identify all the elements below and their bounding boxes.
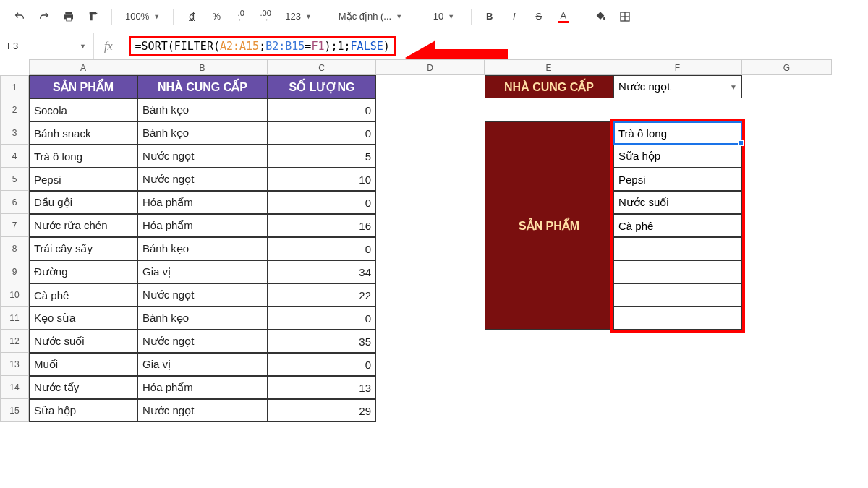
table-cell[interactable]: 35 [268,330,376,353]
row-header[interactable]: 7 [0,214,29,237]
currency-button[interactable]: ₫ [181,6,203,27]
table-cell[interactable]: 10 [268,168,376,191]
table-cell[interactable]: Gia vị [137,260,268,283]
table-cell[interactable]: Bánh kẹo [137,121,268,145]
row-header[interactable]: 12 [0,330,29,353]
result-cell[interactable]: Sữa hộp [613,145,742,168]
column-header[interactable]: G [742,59,832,75]
result-cell[interactable]: Cà phê [613,214,742,237]
table-cell[interactable]: Nước ngọt [137,283,268,307]
table-cell[interactable]: Nước ngọt [137,145,268,168]
table-cell[interactable]: Bánh kẹo [137,98,268,121]
table-cell[interactable]: 29 [268,399,376,422]
row-header[interactable]: 5 [0,168,29,191]
result-cell[interactable] [613,283,742,307]
row-header[interactable]: 13 [0,353,29,376]
spreadsheet-grid: ABCDEFG 123456789101112131415 SẢN PHẨMNH… [0,59,868,75]
undo-button[interactable] [9,6,30,27]
table-header[interactable]: SỐ LƯỢNG [268,75,376,98]
borders-button[interactable] [614,6,636,27]
number-format-dropdown[interactable]: 123▼ [279,8,318,25]
paint-format-button[interactable] [82,6,104,27]
table-cell[interactable]: Socola [29,98,137,121]
zoom-dropdown[interactable]: 100%▼ [119,8,166,25]
table-cell[interactable]: Kẹo sữa [29,307,137,330]
result-cell[interactable]: Trà ô long [613,121,742,145]
redo-button[interactable] [33,6,55,27]
table-cell[interactable]: Hóa phẩm [137,214,268,237]
table-cell[interactable]: 0 [268,307,376,330]
table-cell[interactable]: 0 [268,98,376,121]
table-cell[interactable]: 16 [268,214,376,237]
table-cell[interactable]: Nước rửa chén [29,214,137,237]
svg-rect-2 [67,17,72,21]
table-cell[interactable]: Hóa phẩm [137,191,268,214]
table-cell[interactable]: Sữa hộp [29,399,137,422]
row-header[interactable]: 1 [0,75,29,98]
row-header[interactable]: 15 [0,399,29,422]
table-cell[interactable]: Bánh kẹo [137,307,268,330]
row-header[interactable]: 8 [0,237,29,260]
chevron-down-icon: ▼ [448,13,454,20]
row-header[interactable]: 4 [0,145,29,168]
table-cell[interactable]: Bánh kẹo [137,237,268,260]
table-cell[interactable]: 5 [268,145,376,168]
result-cell[interactable]: Pepsi [613,168,742,191]
increase-decimal-button[interactable]: .00→ [255,6,276,27]
table-cell[interactable]: Nước ngọt [137,330,268,353]
result-cell[interactable] [613,307,742,330]
table-cell[interactable]: Đường [29,260,137,283]
row-header[interactable]: 2 [0,98,29,121]
column-header[interactable]: E [485,59,613,75]
italic-button[interactable]: I [503,6,525,27]
table-cell[interactable]: Bánh snack [29,121,137,145]
column-header[interactable]: C [268,59,376,75]
row-header[interactable]: 9 [0,260,29,283]
table-cell[interactable]: 34 [268,260,376,283]
supplier-dropdown[interactable]: Nước ngọt ▼ [613,75,742,98]
table-header[interactable]: NHÀ CUNG CẤP [137,75,268,98]
fill-color-button[interactable] [590,6,611,27]
table-cell[interactable]: Nước ngọt [137,399,268,422]
row-header[interactable]: 3 [0,121,29,145]
table-cell[interactable]: Nước tẩy [29,376,137,399]
table-cell[interactable]: Nước suối [29,330,137,353]
decrease-decimal-button[interactable]: .0← [230,6,252,27]
result-cell[interactable] [613,237,742,260]
table-cell[interactable]: 13 [268,376,376,399]
column-header[interactable]: D [376,59,485,75]
table-header[interactable]: SẢN PHẨM [29,75,137,98]
table-cell[interactable]: Trái cây sấy [29,237,137,260]
row-header[interactable]: 14 [0,376,29,399]
table-cell[interactable]: Muối [29,353,137,376]
table-cell[interactable]: 0 [268,353,376,376]
table-cell[interactable]: 22 [268,283,376,307]
table-cell[interactable]: Dầu gội [29,191,137,214]
row-header[interactable]: 6 [0,191,29,214]
table-cell[interactable]: 0 [268,191,376,214]
table-cell[interactable]: Gia vị [137,353,268,376]
column-header[interactable]: F [613,59,742,75]
table-cell[interactable]: Hóa phẩm [137,376,268,399]
supplier-label: NHÀ CUNG CẤP [485,75,613,98]
print-button[interactable] [58,6,80,27]
row-header[interactable]: 11 [0,307,29,330]
font-size-dropdown[interactable]: 10▼ [427,8,464,25]
result-cell[interactable]: Nước suối [613,191,742,214]
table-cell[interactable]: 0 [268,237,376,260]
column-header[interactable]: B [137,59,268,75]
bold-button[interactable]: B [479,6,501,27]
text-color-button[interactable]: A [553,6,574,27]
strikethrough-button[interactable]: S [528,6,550,27]
percent-button[interactable]: % [205,6,227,27]
table-cell[interactable]: Pepsi [29,168,137,191]
table-cell[interactable]: Trà ô long [29,145,137,168]
table-cell[interactable]: Nước ngọt [137,168,268,191]
row-header[interactable]: 10 [0,283,29,307]
font-dropdown[interactable]: Mặc định (...▼ [333,8,412,25]
table-cell[interactable]: Cà phê [29,283,137,307]
result-cell[interactable] [613,260,742,283]
table-cell[interactable]: 0 [268,121,376,145]
column-header[interactable]: A [29,59,137,75]
name-box[interactable]: F3 ▼ [0,33,94,59]
